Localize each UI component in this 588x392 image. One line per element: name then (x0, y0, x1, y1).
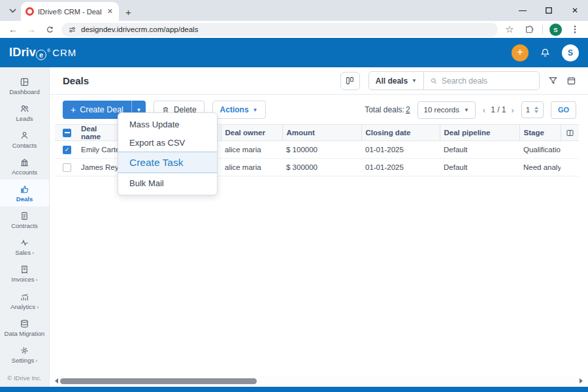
back-icon[interactable]: ← (7, 23, 20, 36)
cell-closing-date: 01-01-2025 (361, 159, 440, 176)
analytics-icon (20, 292, 29, 302)
kanban-icon (346, 76, 354, 85)
cell-deal-name[interactable]: Emily Carter (77, 141, 123, 159)
reload-button[interactable] (43, 23, 56, 36)
column-header-deal-owner[interactable]: Deal owner (221, 125, 282, 141)
sidebar-item-dashboard[interactable]: Dashboard (0, 73, 49, 99)
logo-e-icon: e (36, 50, 46, 60)
forward-icon[interactable]: → (25, 23, 38, 36)
pagination-controls: Total deals:2 10 records ▼ ‹ 1 / 1 › GO (365, 101, 576, 119)
sidebar-item-accounts[interactable]: Accounts (0, 153, 49, 180)
divider (542, 25, 543, 34)
row-checkbox[interactable] (63, 163, 71, 172)
search-input[interactable] (442, 76, 527, 86)
filter-funnel-icon[interactable] (548, 76, 558, 86)
cell-deal-pipeline: Default (440, 159, 519, 176)
maximize-icon (546, 7, 552, 14)
cell-stage: Need analysis (519, 159, 561, 176)
urlbar-actions: ☆ S (503, 23, 581, 36)
deal-view-dropdown[interactable]: All deals ▼ (369, 72, 423, 90)
submenu-arrow-icon: › (36, 359, 37, 363)
cell-deal-name[interactable]: James Reynol (77, 159, 123, 176)
quick-add-button[interactable]: + (512, 44, 529, 61)
window-close-button[interactable]: ✕ (562, 0, 588, 21)
column-header-amount[interactable]: Amount (282, 125, 361, 141)
total-deals-count[interactable]: 2 (406, 105, 410, 114)
scrollbar-track[interactable] (60, 378, 578, 384)
page-title: Deals (63, 75, 89, 86)
cell-amount: $ 300000 (282, 159, 361, 176)
menu-item-bulk-mail[interactable]: Bulk Mail (118, 173, 217, 193)
page-indicator: 1 / 1 (491, 105, 506, 114)
sidebar-item-analytics[interactable]: Analytics › (0, 287, 49, 314)
column-settings-icon[interactable] (566, 129, 574, 137)
deals-filter-search: All deals ▼ (368, 71, 540, 90)
sidebar-item-deals[interactable]: Deals (0, 180, 49, 206)
column-header-deal-pipeline[interactable]: Deal pipeline (440, 125, 519, 141)
browser-tab-strip: IDrive® CRM - Deals ✕ + — ✕ (0, 0, 588, 21)
scrollbar-thumb[interactable] (60, 378, 257, 384)
kanban-view-button[interactable] (340, 72, 360, 90)
sidebar-item-contacts[interactable]: Contacts (0, 126, 49, 153)
column-header-deal-name[interactable]: Deal name (77, 125, 123, 141)
logo-registered-mark: ® (47, 48, 50, 53)
dashboard-icon (20, 77, 29, 87)
submenu-arrow-icon: › (37, 305, 39, 310)
address-bar[interactable]: designdev.idrivecrm.com/app/deals (61, 23, 498, 37)
window-maximize-button[interactable] (536, 0, 562, 21)
window-controls: — ✕ (510, 0, 588, 21)
notifications-bell-icon[interactable] (540, 47, 551, 59)
go-button[interactable]: GO (551, 101, 576, 119)
menu-item-mass-update[interactable]: Mass Update (118, 115, 217, 133)
prev-page-icon[interactable]: ‹ (483, 105, 485, 115)
sidebar-item-invoices[interactable]: Invoices › (0, 261, 49, 287)
plus-icon: + (71, 105, 76, 114)
menu-item-create-task[interactable]: Create Task (118, 152, 217, 173)
tab-close-icon[interactable]: ✕ (106, 6, 114, 17)
page-title-row: Deals All deals ▼ (50, 67, 588, 95)
scroll-right-arrow[interactable] (580, 378, 583, 384)
pager: ‹ 1 / 1 › (483, 105, 514, 115)
browser-tab[interactable]: IDrive® CRM - Deals ✕ (21, 2, 119, 21)
column-header-stage[interactable]: Stage (519, 125, 561, 141)
extensions-icon[interactable] (523, 23, 536, 36)
cell-deal-owner: alice maria (221, 141, 282, 159)
sidebar-item-leads[interactable]: Leads (0, 99, 49, 126)
cell-closing-date: 01-01-2025 (361, 141, 440, 159)
reload-icon (46, 25, 54, 34)
contracts-icon (20, 211, 29, 221)
stepper-arrows[interactable] (534, 106, 538, 113)
browser-url-bar: ← → designdev.idrivecrm.com/app/deals ☆ … (0, 21, 588, 38)
cell-deal-owner: alice maria (221, 159, 282, 176)
sidebar-item-sales[interactable]: Sales › (0, 234, 49, 261)
sidebar-item-contracts[interactable]: Contracts (0, 206, 49, 233)
main-content: Deals All deals ▼ + (50, 67, 588, 387)
window-minimize-button[interactable]: — (510, 0, 536, 21)
row-checkbox[interactable]: ✓ (63, 146, 71, 154)
new-tab-button[interactable]: + (125, 7, 131, 17)
column-header-closing-date[interactable]: Closing date (361, 125, 440, 141)
user-avatar[interactable]: S (562, 44, 579, 61)
cell-deal-pipeline: Default (440, 141, 519, 159)
sidebar-item-settings[interactable]: Settings › (0, 341, 49, 368)
sidebar-item-data-migration[interactable]: Data Migration (0, 314, 49, 341)
submenu-arrow-icon: › (33, 251, 34, 255)
menu-item-export-csv[interactable]: Export as CSV (118, 133, 217, 152)
scroll-left-arrow[interactable] (55, 378, 58, 384)
view-controls: All deals ▼ (340, 71, 576, 90)
bookmark-star-icon[interactable]: ☆ (503, 23, 516, 36)
chevron-down-icon: ▼ (412, 78, 417, 84)
select-all-checkbox[interactable] (63, 129, 71, 137)
logo-text: IDriv (9, 46, 36, 59)
browser-profile-avatar[interactable]: S (549, 24, 562, 36)
actions-button[interactable]: Actions ▼ (212, 101, 266, 119)
tab-search-button[interactable] (4, 2, 21, 19)
browser-menu-icon[interactable] (568, 23, 581, 36)
records-per-page-dropdown[interactable]: 10 records ▼ (417, 101, 476, 119)
sales-icon (20, 238, 29, 248)
page-number-input[interactable] (522, 106, 534, 114)
calendar-icon[interactable] (566, 76, 576, 86)
next-page-icon[interactable]: › (512, 105, 514, 115)
invoices-icon (20, 265, 29, 274)
app-header: IDriv e ® CRM + S (0, 38, 588, 67)
